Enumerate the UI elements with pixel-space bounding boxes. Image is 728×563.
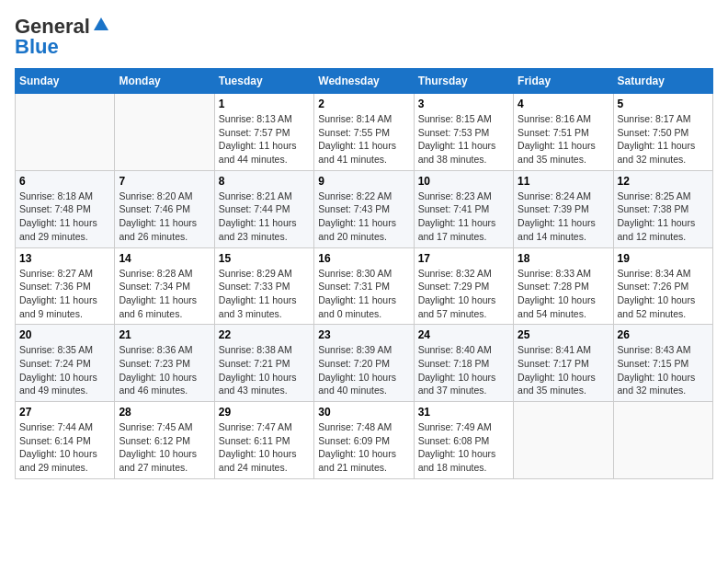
day-number: 11 (518, 175, 609, 188)
calendar-cell: 18Sunrise: 8:33 AMSunset: 7:28 PMDayligh… (514, 247, 613, 325)
day-info: Sunrise: 8:13 AMSunset: 7:57 PMDaylight:… (219, 112, 310, 167)
day-number: 8 (219, 175, 310, 188)
day-info: Sunrise: 8:21 AMSunset: 7:44 PMDaylight:… (219, 190, 310, 244)
day-info: Sunrise: 8:17 AMSunset: 7:50 PMDaylight:… (618, 112, 709, 167)
day-info: Sunrise: 7:47 AMSunset: 6:11 PMDaylight:… (219, 420, 310, 475)
day-info: Sunrise: 8:16 AMSunset: 7:51 PMDaylight:… (518, 112, 609, 167)
logo-icon (92, 16, 110, 34)
calendar-cell: 11Sunrise: 8:24 AMSunset: 7:39 PMDayligh… (514, 170, 613, 247)
calendar-cell: 16Sunrise: 8:30 AMSunset: 7:31 PMDayligh… (314, 247, 414, 325)
calendar-cell: 15Sunrise: 8:29 AMSunset: 7:33 PMDayligh… (214, 247, 313, 325)
day-number: 22 (219, 328, 310, 341)
day-number: 25 (518, 328, 609, 341)
day-number: 5 (618, 98, 709, 110)
calendar-week-1: 1Sunrise: 8:13 AMSunset: 7:57 PMDaylight… (16, 94, 713, 171)
day-info: Sunrise: 8:33 AMSunset: 7:28 PMDaylight:… (518, 267, 609, 321)
calendar-cell (115, 94, 214, 171)
header-sunday: Sunday (16, 69, 115, 94)
day-number: 18 (518, 252, 609, 265)
day-number: 15 (219, 252, 310, 265)
day-number: 12 (618, 175, 709, 188)
calendar-cell: 4Sunrise: 8:16 AMSunset: 7:51 PMDaylight… (514, 94, 613, 171)
calendar-cell: 12Sunrise: 8:25 AMSunset: 7:38 PMDayligh… (613, 170, 712, 247)
day-number: 23 (318, 328, 409, 341)
calendar-cell: 20Sunrise: 8:35 AMSunset: 7:24 PMDayligh… (16, 325, 115, 402)
calendar-cell: 14Sunrise: 8:28 AMSunset: 7:34 PMDayligh… (115, 247, 214, 325)
calendar-cell: 9Sunrise: 8:22 AMSunset: 7:43 PMDaylight… (314, 170, 414, 247)
calendar-cell (16, 94, 115, 171)
day-info: Sunrise: 8:34 AMSunset: 7:26 PMDaylight:… (618, 267, 709, 321)
calendar-cell: 24Sunrise: 8:40 AMSunset: 7:18 PMDayligh… (414, 325, 513, 402)
day-info: Sunrise: 8:39 AMSunset: 7:20 PMDaylight:… (318, 343, 409, 397)
day-info: Sunrise: 7:48 AMSunset: 6:09 PMDaylight:… (318, 420, 409, 475)
calendar-cell: 26Sunrise: 8:43 AMSunset: 7:15 PMDayligh… (613, 325, 712, 402)
day-number: 14 (119, 252, 210, 265)
day-info: Sunrise: 8:36 AMSunset: 7:23 PMDaylight:… (119, 343, 210, 397)
day-info: Sunrise: 8:27 AMSunset: 7:36 PMDaylight:… (19, 267, 110, 321)
day-info: Sunrise: 8:40 AMSunset: 7:18 PMDaylight:… (418, 343, 509, 397)
day-info: Sunrise: 8:22 AMSunset: 7:43 PMDaylight:… (318, 190, 409, 244)
day-info: Sunrise: 8:25 AMSunset: 7:38 PMDaylight:… (618, 190, 709, 244)
day-number: 4 (518, 98, 609, 110)
day-info: Sunrise: 8:43 AMSunset: 7:15 PMDaylight:… (618, 343, 709, 397)
calendar-cell: 30Sunrise: 7:48 AMSunset: 6:09 PMDayligh… (314, 402, 414, 479)
day-number: 7 (119, 175, 210, 188)
calendar-cell: 3Sunrise: 8:15 AMSunset: 7:53 PMDaylight… (414, 94, 513, 171)
header-tuesday: Tuesday (214, 69, 313, 94)
header-thursday: Thursday (414, 69, 513, 94)
header-wednesday: Wednesday (314, 69, 414, 94)
calendar-cell: 7Sunrise: 8:20 AMSunset: 7:46 PMDaylight… (115, 170, 214, 247)
day-number: 1 (219, 98, 310, 110)
page-header: General Blue (15, 15, 713, 59)
calendar-cell: 29Sunrise: 7:47 AMSunset: 6:11 PMDayligh… (214, 402, 313, 479)
day-info: Sunrise: 8:23 AMSunset: 7:41 PMDaylight:… (418, 190, 509, 244)
day-number: 21 (119, 328, 210, 341)
day-info: Sunrise: 7:45 AMSunset: 6:12 PMDaylight:… (119, 420, 210, 475)
day-number: 24 (418, 328, 509, 341)
day-number: 19 (618, 252, 709, 265)
day-number: 26 (618, 328, 709, 341)
header-saturday: Saturday (613, 69, 712, 94)
day-number: 2 (318, 98, 409, 110)
calendar-cell: 17Sunrise: 8:32 AMSunset: 7:29 PMDayligh… (414, 247, 513, 325)
calendar-week-4: 20Sunrise: 8:35 AMSunset: 7:24 PMDayligh… (16, 325, 713, 402)
calendar-cell: 31Sunrise: 7:49 AMSunset: 6:08 PMDayligh… (414, 402, 513, 479)
day-number: 16 (318, 252, 409, 265)
calendar-cell: 22Sunrise: 8:38 AMSunset: 7:21 PMDayligh… (214, 325, 313, 402)
calendar-week-2: 6Sunrise: 8:18 AMSunset: 7:48 PMDaylight… (16, 170, 713, 247)
day-info: Sunrise: 7:44 AMSunset: 6:14 PMDaylight:… (19, 420, 110, 475)
day-info: Sunrise: 8:14 AMSunset: 7:55 PMDaylight:… (318, 112, 409, 167)
calendar-cell: 21Sunrise: 8:36 AMSunset: 7:23 PMDayligh… (115, 325, 214, 402)
day-info: Sunrise: 8:24 AMSunset: 7:39 PMDaylight:… (518, 190, 609, 244)
day-info: Sunrise: 8:20 AMSunset: 7:46 PMDaylight:… (119, 190, 210, 244)
day-info: Sunrise: 7:49 AMSunset: 6:08 PMDaylight:… (418, 420, 509, 475)
calendar-week-3: 13Sunrise: 8:27 AMSunset: 7:36 PMDayligh… (16, 247, 713, 325)
calendar-cell: 5Sunrise: 8:17 AMSunset: 7:50 PMDaylight… (613, 94, 712, 171)
calendar-cell (514, 402, 613, 479)
calendar-cell: 2Sunrise: 8:14 AMSunset: 7:55 PMDaylight… (314, 94, 414, 171)
day-number: 6 (19, 175, 110, 188)
day-number: 29 (219, 406, 310, 419)
calendar-table: SundayMondayTuesdayWednesdayThursdayFrid… (15, 68, 713, 479)
calendar-header-row: SundayMondayTuesdayWednesdayThursdayFrid… (16, 69, 713, 94)
calendar-cell: 8Sunrise: 8:21 AMSunset: 7:44 PMDaylight… (214, 170, 313, 247)
day-number: 9 (318, 175, 409, 188)
day-info: Sunrise: 8:29 AMSunset: 7:33 PMDaylight:… (219, 267, 310, 321)
day-info: Sunrise: 8:32 AMSunset: 7:29 PMDaylight:… (418, 267, 509, 321)
calendar-cell: 6Sunrise: 8:18 AMSunset: 7:48 PMDaylight… (16, 170, 115, 247)
calendar-cell: 10Sunrise: 8:23 AMSunset: 7:41 PMDayligh… (414, 170, 513, 247)
header-friday: Friday (514, 69, 613, 94)
day-number: 20 (19, 328, 110, 341)
day-number: 31 (418, 406, 509, 419)
day-info: Sunrise: 8:35 AMSunset: 7:24 PMDaylight:… (19, 343, 110, 397)
day-info: Sunrise: 8:41 AMSunset: 7:17 PMDaylight:… (518, 343, 609, 397)
day-info: Sunrise: 8:18 AMSunset: 7:48 PMDaylight:… (19, 190, 110, 244)
header-monday: Monday (115, 69, 214, 94)
calendar-cell (613, 402, 712, 479)
day-number: 13 (19, 252, 110, 265)
logo: General Blue (15, 15, 110, 59)
calendar-cell: 27Sunrise: 7:44 AMSunset: 6:14 PMDayligh… (16, 402, 115, 479)
day-number: 17 (418, 252, 509, 265)
day-info: Sunrise: 8:28 AMSunset: 7:34 PMDaylight:… (119, 267, 210, 321)
calendar-cell: 25Sunrise: 8:41 AMSunset: 7:17 PMDayligh… (514, 325, 613, 402)
